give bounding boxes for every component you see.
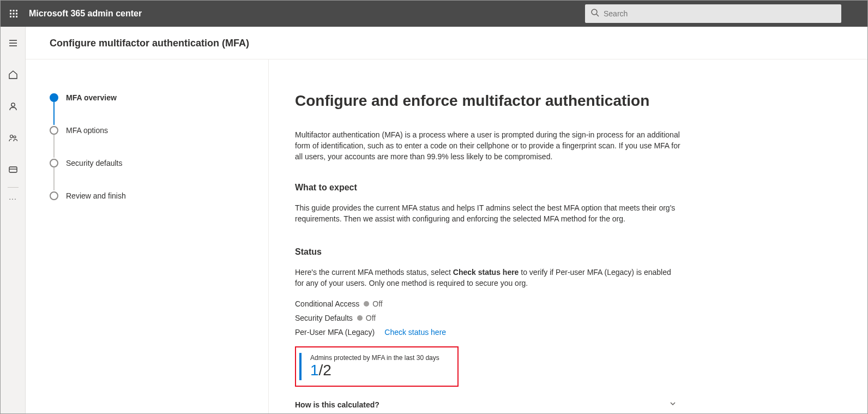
svg-rect-7	[13, 16, 15, 17]
groups-icon[interactable]	[2, 127, 24, 149]
app-title: Microsoft 365 admin center	[29, 9, 142, 19]
step-review-finish[interactable]: Review and finish	[50, 179, 244, 212]
step-connector	[53, 102, 55, 125]
svg-rect-17	[9, 167, 17, 172]
step-mfa-overview[interactable]: MFA overview	[50, 81, 244, 114]
more-icon[interactable]: ···	[9, 194, 17, 203]
search-wrap	[585, 4, 841, 23]
card-numerator: 1	[310, 362, 319, 379]
card-accent	[299, 353, 302, 380]
step-label: MFA overview	[66, 93, 117, 102]
svg-rect-3	[10, 13, 11, 15]
status-label: Per-User MFA (Legacy)	[295, 328, 375, 337]
billing-icon[interactable]	[2, 159, 24, 181]
how-calculated-toggle[interactable]: How is this calculated?	[295, 400, 677, 409]
chevron-down-icon	[669, 400, 677, 409]
check-status-link[interactable]: Check status here	[384, 328, 446, 337]
card-title: Admins protected by MFA in the last 30 d…	[310, 354, 450, 362]
status-security-defaults: Security Defaults Off	[295, 314, 841, 322]
status-intro-bold: Check status here	[453, 268, 519, 277]
step-security-defaults[interactable]: Security defaults	[50, 147, 244, 179]
expect-heading: What to expect	[295, 183, 841, 193]
svg-point-15	[10, 135, 13, 138]
search-box[interactable]	[585, 4, 841, 23]
status-value: Off	[366, 314, 376, 322]
status-per-user-mfa: Per-User MFA (Legacy) Check status here	[295, 328, 841, 337]
status-label: Security Defaults	[295, 314, 353, 322]
svg-rect-1	[13, 10, 15, 11]
svg-rect-0	[10, 10, 11, 11]
main-heading: Configure and enforce multifactor authen…	[295, 92, 841, 110]
steps-panel: MFA overview MFA options Security defaul…	[26, 59, 269, 413]
card-denominator: 2	[323, 362, 331, 379]
step-label: Review and finish	[66, 191, 126, 200]
calc-label: How is this calculated?	[295, 400, 379, 409]
app-launcher-icon[interactable]	[5, 5, 22, 22]
svg-rect-5	[16, 13, 17, 15]
card-value: 1/2	[310, 362, 450, 379]
rail-divider	[8, 187, 19, 188]
step-label: MFA options	[66, 126, 108, 135]
left-rail: ···	[1, 27, 26, 413]
status-value: Off	[372, 299, 382, 308]
status-label: Conditional Access	[295, 299, 359, 308]
main-content: Configure and enforce multifactor authen…	[269, 59, 867, 413]
user-icon[interactable]	[2, 95, 24, 117]
step-label: Security defaults	[66, 159, 123, 167]
search-input[interactable]	[604, 9, 836, 18]
status-intro: Here's the current MFA methods status, s…	[295, 267, 677, 289]
svg-point-14	[11, 103, 14, 106]
page-header: Configure multifactor authentication (MF…	[26, 27, 867, 59]
step-connector	[53, 135, 55, 158]
admins-mfa-card: Admins protected by MFA in the last 30 d…	[295, 346, 459, 387]
svg-rect-8	[16, 16, 17, 17]
home-icon[interactable]	[2, 64, 24, 86]
top-bar: Microsoft 365 admin center	[1, 1, 867, 27]
search-icon	[590, 8, 599, 19]
svg-rect-6	[10, 16, 11, 17]
status-dot-icon	[357, 315, 363, 321]
step-mfa-options[interactable]: MFA options	[50, 114, 244, 147]
intro-text: Multifactor authentication (MFA) is a pr…	[295, 129, 688, 162]
step-circle-icon	[50, 159, 58, 167]
svg-line-10	[596, 14, 599, 16]
status-dot-icon	[364, 301, 369, 307]
status-heading: Status	[295, 247, 841, 257]
svg-point-9	[592, 9, 597, 15]
step-circle-icon	[50, 191, 58, 200]
status-intro-pre: Here's the current MFA methods status, s…	[295, 268, 453, 277]
page-title: Configure multifactor authentication (MF…	[50, 38, 843, 49]
step-connector	[53, 167, 55, 190]
step-circle-icon	[50, 93, 58, 102]
nav-toggle-icon[interactable]	[2, 32, 24, 54]
expect-text: This guide provides the current MFA stat…	[295, 202, 688, 224]
svg-point-16	[14, 136, 16, 138]
svg-rect-4	[13, 13, 15, 15]
svg-rect-2	[16, 10, 17, 11]
step-circle-icon	[50, 126, 58, 135]
status-conditional-access: Conditional Access Off	[295, 299, 841, 308]
